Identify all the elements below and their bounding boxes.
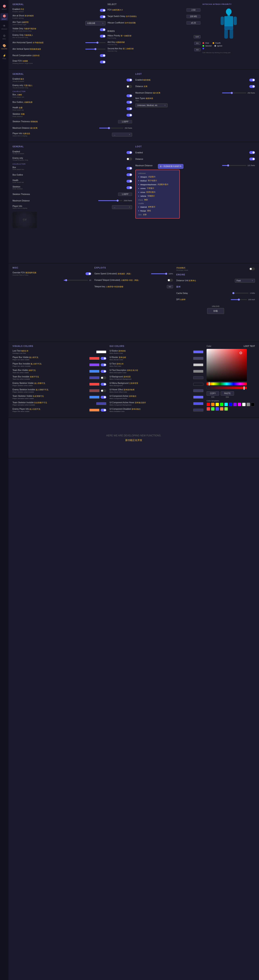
s3-max-dist-slider[interactable]: 2500 feets — [98, 200, 132, 202]
color-rainbow-slider[interactable] — [207, 382, 247, 385]
player-box-invisible-color[interactable] — [89, 363, 99, 366]
ui-text-desc-color[interactable] — [193, 370, 203, 373]
aim-vertical-slider[interactable] — [85, 49, 106, 49]
s3-enabled-toggle[interactable] — [126, 151, 132, 154]
color-gradient[interactable] — [207, 349, 247, 381]
template-color-cyan[interactable] — [224, 402, 228, 406]
s3-loot-enabled-toggle[interactable] — [250, 151, 255, 154]
aim-at-shoot-toggle[interactable] — [100, 15, 106, 18]
s3-box-toggle[interactable] — [126, 167, 132, 170]
template-color-red[interactable] — [207, 402, 210, 406]
aim-type-dropdown[interactable]: 白眼自瞄 ▼ — [85, 21, 106, 25]
aim-horizontal-slider[interactable] — [85, 42, 106, 43]
template-color-purple[interactable] — [233, 402, 237, 406]
template-color-yellow[interactable] — [215, 402, 219, 406]
item-type-armor[interactable]: ● Armor 防弹衣显示 — [137, 190, 178, 194]
item-type-recipe[interactable]: ● Recipe 图纸 — [137, 209, 178, 213]
recoil-toggle[interactable] — [100, 54, 106, 57]
template-color-blue[interactable] — [229, 402, 232, 406]
override-fov-toggle[interactable] — [85, 272, 91, 275]
team-box-invisible-color[interactable] — [89, 376, 99, 379]
player-box-visible-color[interactable] — [89, 357, 99, 360]
item-type-unknown[interactable]: Unknown — [137, 172, 178, 175]
v-box-outline-toggle[interactable] — [126, 101, 132, 103]
sidebar-item-misc[interactable]: ⚙ MISC — [0, 33, 8, 40]
draw-fov-toggle[interactable] — [100, 60, 106, 64]
second-aim-value[interactable]: M2 — [194, 48, 201, 51]
item-type-weapon-attachment[interactable]: ● WeaponAttachment 武器配件显示 — [137, 183, 178, 186]
s3-box-outline-toggle[interactable] — [126, 173, 132, 176]
enemy-skeleton-visible-color[interactable] — [89, 383, 99, 386]
game-speed-slider[interactable]: 100% — [151, 273, 173, 275]
target-switch-input[interactable] — [186, 15, 201, 18]
team-box-visible-toggle[interactable] — [101, 370, 106, 373]
loot-item-types-dropdown[interactable]: Unknown, Medical, etc ▼ — [135, 103, 167, 107]
unload-button[interactable]: 卸载 — [207, 308, 224, 314]
template-color-light-red[interactable] — [207, 407, 210, 411]
ui-component-active-hover-color[interactable] — [193, 402, 203, 405]
ui-background-color[interactable] — [193, 376, 203, 379]
template-color-light-blue[interactable] — [215, 407, 219, 411]
template-color-black[interactable] — [251, 402, 254, 406]
team-box-visible-color[interactable] — [89, 370, 99, 373]
teleport-key-value[interactable]: M2 — [167, 285, 173, 288]
s3-enemy-only-toggle[interactable] — [126, 158, 132, 161]
sidebar-item-trial[interactable]: ⚡ TRIAL — [0, 53, 8, 60]
fov-input[interactable] — [186, 8, 201, 12]
loot-text-color[interactable] — [96, 350, 106, 353]
ui-hover-color[interactable] — [193, 389, 203, 392]
template-color-lime[interactable] — [224, 407, 228, 411]
sidebar-item-assist-2[interactable]: 🎯 ASSIST — [0, 13, 8, 21]
template-color-magenta[interactable] — [238, 402, 241, 406]
team-skeleton-visible-toggle[interactable] — [101, 396, 106, 399]
v-max-dist-slider[interactable]: 250 feets — [99, 127, 132, 129]
hitbox-key[interactable]: Soft — [194, 35, 201, 38]
s3-player-info-dropdown[interactable]: ... ▼ — [112, 205, 132, 209]
player-box-visible-toggle[interactable] — [101, 357, 106, 360]
team-skeleton-invisible-color[interactable] — [96, 402, 106, 405]
visible-only-toggle[interactable] — [100, 28, 106, 31]
v-enabled-toggle[interactable] — [126, 79, 132, 81]
item-type-usable[interactable]: Usable — [137, 202, 178, 205]
enemy-skeleton-invisible-color[interactable] — [89, 389, 99, 392]
forward-teleport-toggle[interactable] — [167, 279, 173, 282]
template-color-orange[interactable] — [211, 402, 215, 406]
item-type-material[interactable]: ● Material 材料显示 — [137, 205, 178, 209]
enemy-player-info-color[interactable] — [89, 409, 99, 412]
v-box-toggle[interactable] — [126, 94, 132, 97]
aim-key-value[interactable]: M1 — [194, 41, 201, 45]
enemy-player-info-toggle[interactable] — [101, 409, 106, 412]
s3-loot-dist-toggle[interactable] — [250, 158, 255, 161]
team-skeleton-visible-color[interactable] — [89, 396, 99, 399]
item-type-vehicle[interactable]: ● Vehicle 车辆显示 — [137, 194, 178, 198]
sidebar-item-assist-1[interactable]: 🎯 ASSIST — [0, 3, 8, 11]
team-box-invisible-toggle[interactable] — [101, 376, 106, 379]
ui-component-active-color[interactable] — [193, 396, 203, 399]
v-health-toggle[interactable] — [126, 107, 132, 110]
v-player-info-dropdown[interactable]: ... ▼ — [112, 133, 132, 137]
v-skeleton-thickness-input[interactable] — [118, 120, 132, 123]
paste-button[interactable]: PASTE — [221, 391, 234, 396]
ui-text-color[interactable] — [193, 363, 203, 366]
hitscan-input[interactable] — [186, 21, 201, 25]
s3-skeleton-thickness-input[interactable] — [118, 192, 132, 196]
fov-slider[interactable]: 10 — [64, 279, 91, 281]
template-color-gray[interactable] — [246, 402, 250, 406]
enemy-skeleton-visible-toggle[interactable] — [101, 383, 106, 386]
template-color-salmon[interactable] — [220, 407, 224, 411]
template-color-light-green[interactable] — [211, 407, 215, 411]
ui-button-color[interactable] — [193, 350, 203, 353]
ui-component-disabled-color[interactable] — [193, 409, 203, 412]
enemy-skeleton-invisible-toggle[interactable] — [101, 389, 106, 392]
copy-button[interactable]: COPY — [207, 391, 219, 396]
v-enemy-only-toggle[interactable] — [126, 85, 132, 88]
v-skeleton-toggle[interactable] — [126, 114, 132, 116]
loot-distance-toggle[interactable] — [250, 85, 255, 88]
color-alpha-slider[interactable] — [207, 387, 247, 389]
cache-delay-slider[interactable]: 1 ticks — [232, 292, 255, 294]
sidebar-item-colors[interactable]: 🎨 COLORS — [0, 43, 8, 50]
dpi-slider[interactable]: 100 inch — [231, 299, 255, 301]
player-box-invisible-toggle[interactable] — [101, 363, 106, 366]
template-color-white[interactable] — [242, 402, 246, 406]
s3-health-toggle[interactable] — [126, 180, 132, 183]
